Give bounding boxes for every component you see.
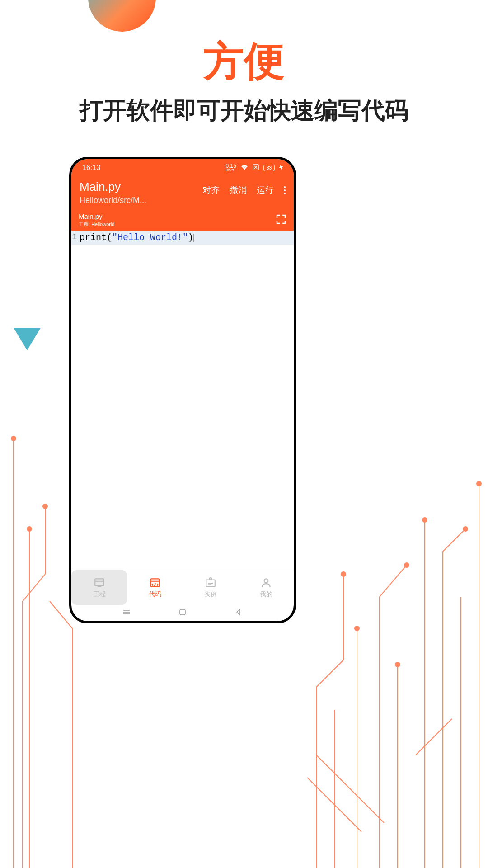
tab-strip: Main.py 工程: Helloworld xyxy=(71,211,294,231)
header-actions: 对齐 撤消 运行 xyxy=(202,180,286,196)
svg-point-4 xyxy=(355,626,359,631)
svg-point-6 xyxy=(422,518,427,522)
svg-point-8 xyxy=(463,527,468,531)
example-icon xyxy=(205,577,216,589)
wifi-icon xyxy=(241,165,248,171)
undo-button[interactable]: 撤消 xyxy=(230,184,247,196)
sys-menu-button[interactable] xyxy=(122,608,131,618)
svg-point-0 xyxy=(11,436,16,441)
deco-triangle xyxy=(14,328,41,350)
system-nav xyxy=(71,605,294,621)
code-line: 1 print("Hello World!") xyxy=(71,231,294,245)
bottom-nav: 工程 代码 实例 我的 xyxy=(71,570,294,605)
status-bar: 16:13 0.15 KB/S 83 xyxy=(71,159,294,176)
svg-point-5 xyxy=(404,563,409,567)
sys-home-button[interactable] xyxy=(178,608,187,618)
app-header: Main.py Helloworld/src/M... 对齐 撤消 运行 xyxy=(71,176,294,211)
promo-title: 方便 xyxy=(0,34,488,89)
svg-point-7 xyxy=(395,662,400,667)
svg-point-2 xyxy=(43,504,47,509)
header-title-block: Main.py Helloworld/src/M... xyxy=(80,180,202,205)
header-path: Helloworld/src/M... xyxy=(80,196,202,205)
nav-label: 工程 xyxy=(93,590,106,599)
profile-icon xyxy=(260,577,272,589)
nav-project[interactable]: 工程 xyxy=(71,570,127,605)
svg-point-9 xyxy=(477,481,481,486)
nav-example[interactable]: 实例 xyxy=(183,570,238,605)
network-speed: 0.15 KB/S xyxy=(226,163,236,172)
more-options-button[interactable] xyxy=(284,186,286,194)
svg-point-3 xyxy=(341,572,346,576)
nav-profile[interactable]: 我的 xyxy=(238,570,294,605)
status-right: 0.15 KB/S 83 xyxy=(226,163,283,172)
tab-filename: Main.py xyxy=(79,212,114,220)
tab-project: 工程: Helloworld xyxy=(79,221,114,228)
status-time: 16:13 xyxy=(82,164,100,172)
nav-code[interactable]: 代码 xyxy=(127,570,183,605)
promo-subtitle: 打开软件即可开始快速编写代码 xyxy=(0,95,488,127)
header-filename: Main.py xyxy=(80,180,202,194)
fullscreen-button[interactable] xyxy=(276,214,286,226)
nav-label: 代码 xyxy=(149,590,161,599)
code-editor[interactable]: 1 print("Hello World!") xyxy=(71,231,294,570)
align-button[interactable]: 对齐 xyxy=(202,184,220,196)
run-button[interactable]: 运行 xyxy=(257,184,274,196)
no-sim-icon xyxy=(253,164,259,172)
battery-indicator: 83 xyxy=(263,165,275,171)
phone-frame: 16:13 0.15 KB/S 83 xyxy=(69,157,296,623)
active-tab[interactable]: Main.py 工程: Helloworld xyxy=(79,212,114,228)
cursor-icon xyxy=(193,234,194,242)
code-content[interactable]: print("Hello World!") xyxy=(80,232,294,243)
sys-back-button[interactable] xyxy=(234,608,243,618)
line-number: 1 xyxy=(71,232,80,243)
nav-label: 实例 xyxy=(204,590,217,599)
svg-rect-11 xyxy=(95,579,104,585)
svg-point-1 xyxy=(27,527,32,531)
code-icon xyxy=(149,577,161,589)
svg-point-15 xyxy=(264,579,268,583)
svg-point-14 xyxy=(209,578,211,580)
nav-label: 我的 xyxy=(260,590,272,599)
svg-rect-16 xyxy=(180,609,185,615)
project-icon xyxy=(94,577,105,589)
charging-icon xyxy=(279,164,283,172)
phone-screen: 16:13 0.15 KB/S 83 xyxy=(71,159,294,621)
deco-gradient-circle xyxy=(88,0,156,32)
